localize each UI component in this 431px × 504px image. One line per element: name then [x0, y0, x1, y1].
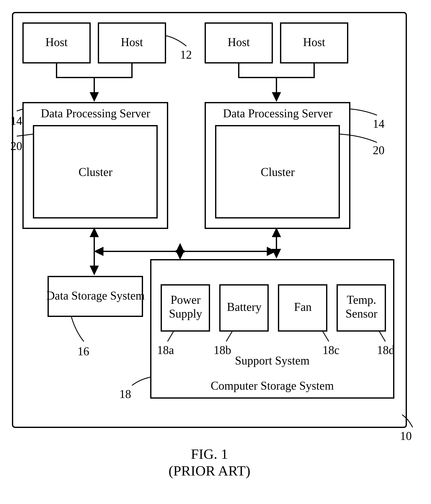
support-item-line1: Temp.: [347, 293, 376, 306]
dps-label: Data Processing Server: [41, 107, 150, 120]
support-id: 18: [119, 387, 131, 401]
figure-title-2: (PRIOR ART): [169, 463, 251, 479]
dps-left-id: 14: [10, 114, 22, 127]
host-label: Host: [303, 36, 325, 49]
dss-id: 16: [78, 345, 89, 358]
support-item-line2: Supply: [169, 307, 202, 320]
host-label: Host: [45, 36, 68, 49]
cluster-label: Cluster: [261, 165, 295, 179]
support-item-id: 18b: [214, 343, 231, 357]
support-item-line1: Power: [171, 293, 200, 306]
figure-title-1: FIG. 1: [191, 446, 228, 462]
outer-id: 10: [400, 429, 412, 442]
cluster-left-id: 20: [10, 140, 22, 153]
cluster-label: Cluster: [79, 165, 112, 179]
dps-right: Data Processing Server Cluster: [205, 103, 350, 228]
support-label: Support System: [235, 354, 310, 367]
support-item-line1: Battery: [227, 300, 261, 313]
support-item-id: 18a: [157, 343, 174, 357]
cluster-right-id: 20: [373, 144, 385, 157]
support-item-id: 18c: [323, 343, 340, 357]
outer-label: Computer Storage System: [211, 379, 334, 392]
support-item-line2: Sensor: [346, 307, 377, 320]
host-label: Host: [228, 36, 250, 49]
dps-right-id: 14: [373, 117, 385, 130]
dps-label: Data Processing Server: [223, 107, 332, 120]
dps-left: Data Processing Server Cluster: [23, 103, 168, 228]
support-item-id: 18d: [377, 343, 395, 357]
host-id: 12: [180, 48, 192, 61]
dss-label: Data Storage System: [46, 289, 145, 302]
support-item-line1: Fan: [294, 300, 312, 313]
host-label: Host: [121, 36, 143, 49]
